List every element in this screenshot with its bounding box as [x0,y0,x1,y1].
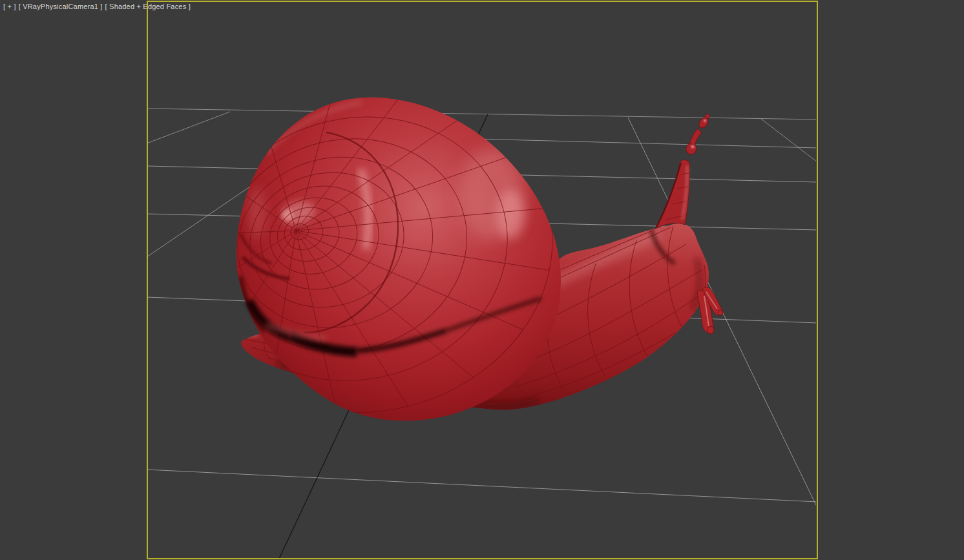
left-sheen [248,187,266,239]
viewport-canvas[interactable] [0,0,964,560]
viewport-general-menu[interactable]: [ + ] [3,3,16,10]
max-viewport-area: [ + ][ VRayPhysicalCamera1 ][ Shaded + E… [0,0,964,560]
viewport-label: [ + ][ VRayPhysicalCamera1 ][ Shaded + E… [3,3,193,11]
viewport-shading-menu[interactable]: [ Shaded + Edged Faces ] [105,3,191,10]
viewport-pov-menu[interactable]: [ VRayPhysicalCamera1 ] [19,3,103,10]
dome-hotspot [496,190,525,239]
